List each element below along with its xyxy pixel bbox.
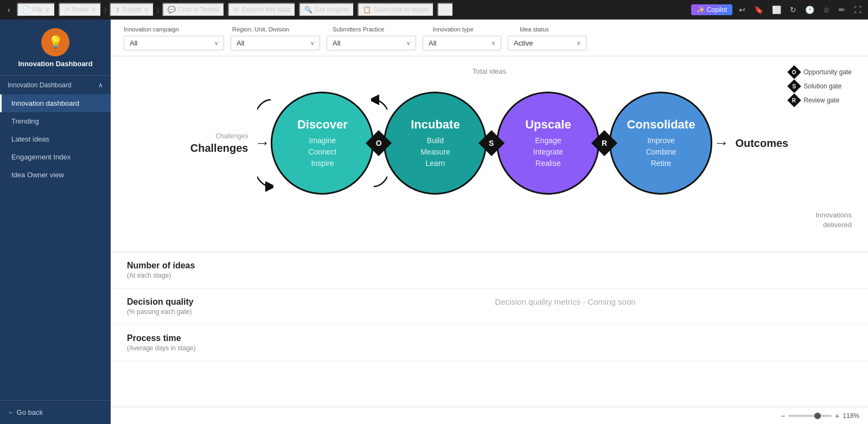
copilot-icon: ✨ bbox=[697, 6, 705, 14]
stage-consolidate: Consolidate ImproveCombineRetire bbox=[609, 92, 712, 195]
gate-s-letter: S bbox=[489, 139, 494, 147]
legend: O Opportunity gate S Solution gate R bbox=[789, 67, 852, 105]
ideas-count-subtitle: (At each stage) bbox=[127, 272, 279, 279]
filter-label-campaign: Innovation campaign bbox=[124, 26, 232, 33]
star-button[interactable]: ☆ bbox=[821, 4, 832, 15]
file-menu[interactable]: 📄 File ∨ bbox=[17, 3, 55, 17]
stage-incubate: Incubate BuildMeasureLearn bbox=[384, 92, 487, 195]
filter-bar: Innovation campaign Region, Unit, Divisi… bbox=[111, 20, 868, 56]
decision-quality-title: Decision quality bbox=[127, 297, 279, 307]
zoom-slider[interactable] bbox=[788, 415, 832, 417]
chat-button[interactable]: 💬 Chat in Teams bbox=[162, 3, 225, 17]
undo-button[interactable]: ↩ bbox=[737, 4, 748, 15]
outcomes-label: Outcomes bbox=[735, 137, 788, 150]
sidebar-bottom: ← Go back bbox=[0, 400, 111, 424]
filter-label-type: Innovation type bbox=[433, 26, 520, 33]
sidebar-item-innovation-dashboard[interactable]: Innovation dashboard bbox=[0, 94, 111, 112]
content-area: Innovation campaign Region, Unit, Divisi… bbox=[111, 20, 868, 424]
chevron-down-icon: ∨ bbox=[214, 40, 218, 46]
filter-label-status: Idea status bbox=[520, 26, 607, 33]
chevron-down-icon: ∨ bbox=[492, 40, 495, 46]
campaign-dropdown[interactable]: All ∨ bbox=[124, 36, 224, 50]
sidebar-section-header[interactable]: Innovation Dashboard ∧ bbox=[0, 76, 111, 94]
legend-diamond-o: O bbox=[788, 65, 801, 79]
zoom-out-button[interactable]: − bbox=[781, 412, 785, 420]
refresh-button[interactable]: ↻ bbox=[788, 4, 799, 15]
incubate-subtitle: BuildMeasureLearn bbox=[420, 135, 450, 169]
upscale-title: Upscale bbox=[525, 118, 571, 132]
top-bar: ‹ 📄 File ∨ ↗ Share ∨ | ⬆ Export ∨ | 💬 Ch… bbox=[0, 0, 868, 20]
section-decision-quality: Decision quality (% passing each gate) D… bbox=[111, 288, 868, 325]
process-diagram: Challenges Challenges → bbox=[127, 81, 852, 205]
share-menu[interactable]: ↗ Share ∨ bbox=[59, 3, 101, 17]
copilot-button[interactable]: ✨ Copilot bbox=[691, 4, 732, 15]
insights-icon: 🔍 bbox=[304, 6, 312, 14]
logo-icon: 💡 bbox=[41, 28, 69, 56]
legend-review: R Review gate bbox=[789, 95, 852, 105]
gate-r-letter: R bbox=[602, 139, 607, 147]
section-process-time: Process time (Average days in stage) bbox=[111, 325, 868, 361]
edit-button[interactable]: ✏ bbox=[837, 4, 847, 15]
sidebar: 💡 Innovation Dashboard Innovation Dashbo… bbox=[0, 20, 111, 424]
decision-quality-content: Decision quality metrics - Coming soon bbox=[279, 297, 852, 306]
challenges-big: Challenges bbox=[190, 142, 248, 155]
export-menu[interactable]: ⬆ Export ∨ bbox=[110, 3, 154, 17]
clock-button[interactable]: 🕐 bbox=[803, 4, 816, 15]
subscribe-icon: 📋 bbox=[363, 6, 371, 14]
discover-title: Discover bbox=[297, 118, 348, 132]
stage-upscale: Upscale EngageIntegrateRealise bbox=[496, 92, 599, 195]
chevron-down-icon: ∨ bbox=[577, 40, 580, 46]
content-scroll[interactable]: Total ideas Challenges Challenges → bbox=[111, 56, 868, 407]
type-dropdown[interactable]: All ∨ bbox=[423, 36, 501, 50]
legend-diamond-r: R bbox=[788, 93, 801, 107]
challenges-label: Challenges Challenges bbox=[190, 132, 248, 155]
explore-button[interactable]: ⚙ Explore this data bbox=[228, 3, 295, 17]
zoom-in-button[interactable]: + bbox=[835, 412, 839, 420]
sidebar-item-idea-owner-view[interactable]: Idea Owner view bbox=[0, 166, 111, 184]
zoom-bar: − + 118% bbox=[111, 407, 868, 424]
insights-button[interactable]: 🔍 Get insights bbox=[299, 3, 354, 17]
explore-icon: ⚙ bbox=[233, 6, 239, 14]
ideas-count-title: Number of ideas bbox=[127, 261, 279, 271]
more-button[interactable]: ··· bbox=[437, 3, 454, 17]
coming-soon-text: Decision quality metrics - Coming soon bbox=[495, 297, 635, 306]
go-back-button[interactable]: ← Go back bbox=[8, 408, 43, 416]
challenges-small: Challenges bbox=[215, 132, 248, 140]
section-ideas-count: Number of ideas (At each stage) bbox=[111, 252, 868, 288]
filter-label-region: Region, Unit, Division bbox=[232, 26, 333, 33]
status-dropdown[interactable]: Active ∨ bbox=[508, 36, 586, 50]
legend-solution: S Solution gate bbox=[789, 81, 852, 91]
upscale-subtitle: EngageIntegrateRealise bbox=[533, 135, 563, 169]
gate-o-letter: O bbox=[376, 139, 382, 147]
sidebar-section: Innovation Dashboard ∧ Innovation dashbo… bbox=[0, 75, 111, 184]
logo-title: Innovation Dashboard bbox=[18, 60, 92, 69]
outcomes-big: Outcomes bbox=[735, 137, 788, 150]
legend-opportunity: O Opportunity gate bbox=[789, 67, 852, 77]
arrow-out: → bbox=[713, 134, 729, 152]
subscribe-button[interactable]: 📋 Subscribe to report bbox=[358, 3, 433, 17]
region-dropdown[interactable]: All ∨ bbox=[231, 36, 320, 50]
back-nav-button[interactable]: ‹ bbox=[4, 4, 14, 15]
sidebar-logo: 💡 Innovation Dashboard bbox=[0, 20, 111, 75]
bottom-sections: Number of ideas (At each stage) Decision… bbox=[111, 252, 868, 361]
decision-quality-subtitle: (% passing each gate) bbox=[127, 308, 279, 316]
total-ideas-label: Total ideas bbox=[127, 67, 852, 75]
file-icon: 📄 bbox=[22, 6, 30, 14]
chevron-up-icon: ∧ bbox=[98, 81, 103, 89]
chevron-down-icon: ∨ bbox=[310, 40, 314, 46]
consolidate-title: Consolidate bbox=[627, 118, 695, 132]
zoom-thumb bbox=[814, 413, 821, 419]
practice-dropdown[interactable]: All ∨ bbox=[327, 36, 416, 50]
bookmark-button[interactable]: 🔖 bbox=[752, 4, 765, 15]
sidebar-item-trending[interactable]: Trending bbox=[0, 112, 111, 130]
sidebar-item-latest-ideas[interactable]: Latest ideas bbox=[0, 130, 111, 148]
stage-discover: Discover ImagineConnectInspire bbox=[271, 92, 374, 195]
process-time-title: Process time bbox=[127, 333, 279, 343]
sidebar-item-engagement-index[interactable]: Engagement Index bbox=[0, 148, 111, 166]
consolidate-subtitle: ImproveCombineRetire bbox=[646, 135, 676, 169]
incubate-title: Incubate bbox=[411, 118, 459, 132]
legend-diamond-s: S bbox=[788, 79, 801, 93]
teams-icon: 💬 bbox=[168, 6, 176, 14]
view-button[interactable]: ⬜ bbox=[770, 4, 783, 15]
fullscreen-button[interactable]: ⛶ bbox=[852, 4, 864, 15]
